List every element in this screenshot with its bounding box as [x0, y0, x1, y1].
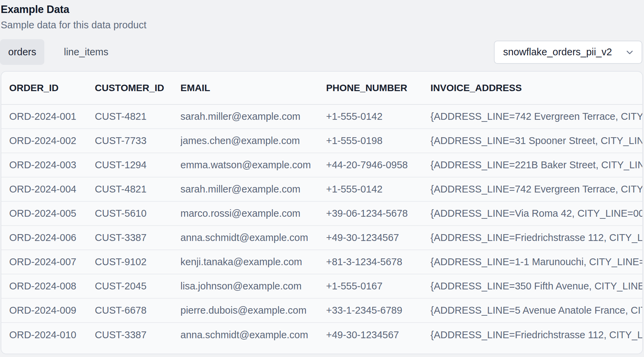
table-cell: ORD-2024-008	[1, 274, 95, 298]
table-cell: anna.schmidt@example.com	[180, 323, 326, 347]
table-cell: pierre.dubois@example.com	[180, 298, 326, 323]
column-header-order_id: ORDER_ID	[1, 72, 95, 104]
tab-orders[interactable]: orders	[0, 39, 44, 65]
column-header-customer_id: CUSTOMER_ID	[95, 72, 180, 104]
table-cell: {ADDRESS_LINE=Friedrichstrasse 112, CITY…	[430, 323, 642, 347]
table-cell: CUST-4821	[95, 104, 180, 129]
table-cell: CUST-7733	[95, 129, 180, 153]
table-cell: marco.rossi@example.com	[180, 201, 326, 226]
table-cell: +33-1-2345-6789	[326, 298, 430, 323]
table-cell: CUST-1294	[95, 153, 180, 177]
table-cell: ORD-2024-005	[1, 201, 95, 226]
table-cell: {ADDRESS_LINE=742 Evergreen Terrace, CIT…	[430, 177, 642, 201]
column-header-phone_number: PHONE_NUMBER	[326, 72, 430, 104]
table-cell: CUST-4821	[95, 177, 180, 201]
table-cell: {ADDRESS_LINE=Via Roma 42, CITY_LINE=001…	[430, 201, 642, 226]
dataset-tabs: orders line_items	[0, 39, 117, 65]
dataset-version-value: snowflake_orders_pii_v2	[503, 46, 612, 58]
table-cell: ORD-2024-003	[1, 153, 95, 177]
table-cell: CUST-9102	[95, 250, 180, 274]
table-cell: {ADDRESS_LINE=221B Baker Street, CITY_LI…	[430, 153, 642, 177]
table-cell: ORD-2024-010	[1, 323, 95, 347]
table-body: ORD-2024-001CUST-4821sarah.miller@exampl…	[1, 104, 642, 347]
table-cell: emma.watson@example.com	[180, 153, 326, 177]
table-cell: ORD-2024-009	[1, 298, 95, 323]
table-cell: +39-06-1234-5678	[326, 201, 430, 226]
table-row: ORD-2024-003CUST-1294emma.watson@example…	[1, 153, 642, 177]
table-cell: CUST-5610	[95, 201, 180, 226]
table-row: ORD-2024-008CUST-2045lisa.johnson@exampl…	[1, 274, 642, 298]
table-cell: ORD-2024-002	[1, 129, 95, 153]
table-cell: CUST-2045	[95, 274, 180, 298]
page-title: Example Data	[1, 3, 644, 16]
table-cell: +1-555-0198	[326, 129, 430, 153]
table-cell: ORD-2024-007	[1, 250, 95, 274]
table-row: ORD-2024-005CUST-5610marco.rossi@example…	[1, 201, 642, 226]
table-cell: +1-555-0142	[326, 177, 430, 201]
table-row: ORD-2024-006CUST-3387anna.schmidt@exampl…	[1, 226, 642, 250]
table-cell: {ADDRESS_LINE=31 Spooner Street, CITY_LI…	[430, 129, 642, 153]
table-row: ORD-2024-004CUST-4821sarah.miller@exampl…	[1, 177, 642, 201]
tab-line-items[interactable]: line_items	[56, 39, 117, 65]
table-cell: james.chen@example.com	[180, 129, 326, 153]
table-cell: anna.schmidt@example.com	[180, 226, 326, 250]
table-cell: sarah.miller@example.com	[180, 104, 326, 129]
table-cell: +81-3-1234-5678	[326, 250, 430, 274]
page-subtitle: Sample data for this data product	[1, 19, 644, 31]
column-header-email: EMAIL	[180, 72, 326, 104]
table-cell: sarah.miller@example.com	[180, 177, 326, 201]
table-cell: lisa.johnson@example.com	[180, 274, 326, 298]
table-header-row: ORDER_IDCUSTOMER_IDEMAILPHONE_NUMBERINVO…	[1, 72, 642, 104]
table-header: ORDER_IDCUSTOMER_IDEMAILPHONE_NUMBERINVO…	[1, 72, 642, 104]
table-cell: +49-30-1234567	[326, 323, 430, 347]
table-row: ORD-2024-010CUST-3387anna.schmidt@exampl…	[1, 323, 642, 347]
sample-data-table-card: ORDER_IDCUSTOMER_IDEMAILPHONE_NUMBERINVO…	[1, 71, 643, 354]
table-cell: CUST-3387	[95, 226, 180, 250]
table-cell: ORD-2024-004	[1, 177, 95, 201]
table-cell: kenji.tanaka@example.com	[180, 250, 326, 274]
table-cell: {ADDRESS_LINE=350 Fifth Avenue, CITY_LIN…	[430, 274, 642, 298]
toolbar: orders line_items snowflake_orders_pii_v…	[0, 39, 642, 65]
table-cell: ORD-2024-006	[1, 226, 95, 250]
table-cell: {ADDRESS_LINE=1-1 Marunouchi, CITY_LINE=…	[430, 250, 642, 274]
table-cell: +49-30-1234567	[326, 226, 430, 250]
table-row: ORD-2024-002CUST-7733james.chen@example.…	[1, 129, 642, 153]
table-row: ORD-2024-001CUST-4821sarah.miller@exampl…	[1, 104, 642, 129]
table-cell: ORD-2024-001	[1, 104, 95, 129]
column-header-invoice_address: INVOICE_ADDRESS	[430, 72, 642, 104]
table-cell: +1-555-0142	[326, 104, 430, 129]
table-cell: CUST-6678	[95, 298, 180, 323]
table-row: ORD-2024-009CUST-6678pierre.dubois@examp…	[1, 298, 642, 323]
table-cell: {ADDRESS_LINE=742 Evergreen Terrace, CIT…	[430, 104, 642, 129]
dataset-version-select[interactable]: snowflake_orders_pii_v2	[494, 41, 642, 64]
table-row: ORD-2024-007CUST-9102kenji.tanaka@exampl…	[1, 250, 642, 274]
table-cell: {ADDRESS_LINE=Friedrichstrasse 112, CITY…	[430, 226, 642, 250]
table-cell: CUST-3387	[95, 323, 180, 347]
chevron-down-icon	[625, 47, 635, 57]
sample-data-table: ORDER_IDCUSTOMER_IDEMAILPHONE_NUMBERINVO…	[1, 72, 642, 347]
table-cell: +44-20-7946-0958	[326, 153, 430, 177]
table-cell: +1-555-0167	[326, 274, 430, 298]
table-cell: {ADDRESS_LINE=5 Avenue Anatole France, C…	[430, 298, 642, 323]
